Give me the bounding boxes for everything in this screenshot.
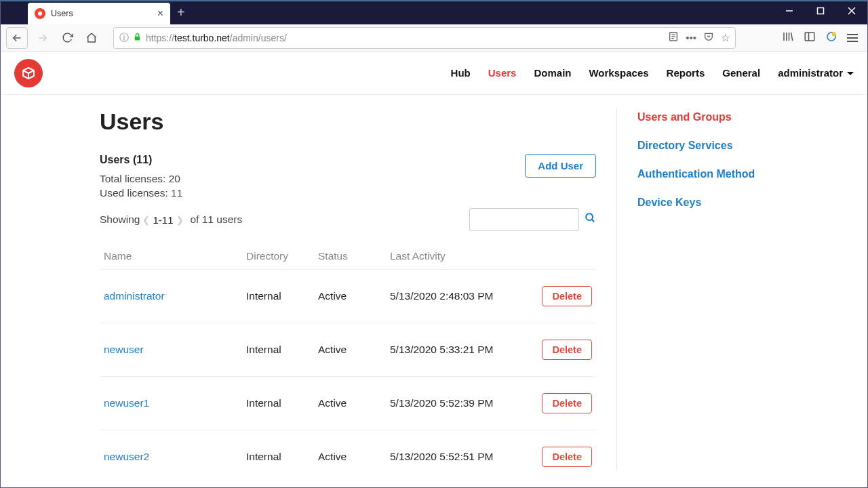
cell-last-activity: 5/13/2020 5:33:21 PM <box>390 344 517 356</box>
cell-status: Active <box>318 344 390 356</box>
cell-directory: Internal <box>246 344 318 356</box>
table-header: Name Directory Status Last Activity <box>100 243 596 269</box>
users-count: Users (11) <box>100 154 525 166</box>
search-icon[interactable] <box>585 212 596 227</box>
sidebar-device-keys[interactable]: Device Keys <box>637 197 847 209</box>
col-status: Status <box>318 250 390 262</box>
forward-button <box>33 28 52 47</box>
svg-line-12 <box>791 33 793 41</box>
user-link[interactable]: newuser2 <box>104 451 149 462</box>
col-directory: Directory <box>246 250 318 262</box>
reader-mode-icon[interactable] <box>668 31 679 44</box>
page-title: Users <box>100 108 596 135</box>
svg-rect-1 <box>818 8 824 14</box>
cell-last-activity: 5/13/2020 5:52:51 PM <box>390 451 517 463</box>
sidebar-authentication-method[interactable]: Authentication Method <box>637 168 847 180</box>
site-info-icon[interactable]: ⓘ <box>119 32 129 44</box>
right-sidebar: Users and GroupsDirectory ServicesAuthen… <box>616 108 867 470</box>
cell-status: Active <box>318 397 390 409</box>
sidebar-directory-services[interactable]: Directory Services <box>637 140 847 152</box>
page-viewport[interactable]: HubUsersDomainWorkspacesReportsGeneralad… <box>1 52 867 487</box>
tab-favicon-icon <box>35 8 45 19</box>
delete-button[interactable]: Delete <box>542 447 592 467</box>
window-minimize-icon[interactable] <box>774 1 805 21</box>
table-row: administratorInternalActive5/13/2020 2:4… <box>100 270 596 323</box>
extension-icon[interactable] <box>825 30 837 45</box>
window-close-icon[interactable] <box>836 1 867 21</box>
cell-directory: Internal <box>246 290 318 302</box>
sidebar-users-and-groups[interactable]: Users and Groups <box>637 111 847 123</box>
svg-point-17 <box>586 214 593 220</box>
table-body[interactable]: administratorInternalActive5/13/2020 2:4… <box>100 269 596 470</box>
url-text: https://test.turbo.net/admin/users/ <box>146 33 668 43</box>
table-row: newuser1InternalActive5/13/2020 5:52:39 … <box>100 377 596 430</box>
cell-status: Active <box>318 290 390 302</box>
app-logo-icon[interactable] <box>14 59 43 87</box>
reload-button[interactable] <box>58 28 77 47</box>
showing-label: Showing <box>100 214 140 226</box>
browser-toolbar: ⓘ https://test.turbo.net/admin/users/ ••… <box>1 24 867 52</box>
nav-reports[interactable]: Reports <box>667 67 705 79</box>
table-row: newuser2InternalActive5/13/2020 5:52:51 … <box>100 430 596 470</box>
nav-domain[interactable]: Domain <box>534 67 571 79</box>
cell-last-activity: 5/13/2020 2:48:03 PM <box>390 290 517 302</box>
page-actions-icon[interactable]: ••• <box>686 32 696 43</box>
back-button[interactable] <box>6 27 28 49</box>
svg-point-16 <box>832 32 836 36</box>
svg-rect-4 <box>135 36 140 39</box>
cell-directory: Internal <box>246 451 318 463</box>
tab-close-icon[interactable]: × <box>157 7 163 20</box>
used-licenses: Used licenses: 11 <box>100 187 525 199</box>
pocket-icon[interactable] <box>703 31 714 44</box>
svg-rect-13 <box>805 33 814 41</box>
browser-tab[interactable]: Users × <box>28 3 170 24</box>
pager-range: 1-11 <box>153 214 173 226</box>
library-icon[interactable] <box>782 30 794 45</box>
cell-last-activity: 5/13/2020 5:52:39 PM <box>390 397 517 409</box>
search-input[interactable] <box>469 208 579 231</box>
table-row: newuserInternalActive5/13/2020 5:33:21 P… <box>100 323 596 377</box>
nav-workspaces[interactable]: Workspaces <box>589 67 648 79</box>
menu-icon[interactable] <box>847 34 858 42</box>
sidebar-icon[interactable] <box>804 30 816 45</box>
user-link[interactable]: administrator <box>104 290 165 302</box>
tab-title: Users <box>51 9 157 18</box>
pager-prev-icon[interactable]: ❮ <box>140 215 153 225</box>
window-maximize-icon[interactable] <box>805 1 836 21</box>
top-nav: HubUsersDomainWorkspacesReportsGeneralad… <box>451 67 854 79</box>
delete-button[interactable]: Delete <box>542 286 592 306</box>
col-last-activity: Last Activity <box>390 250 517 262</box>
add-user-button[interactable]: Add User <box>525 154 596 178</box>
new-tab-button[interactable]: + <box>177 5 185 20</box>
browser-titlebar: Users × + <box>1 1 867 24</box>
bookmark-star-icon[interactable]: ☆ <box>721 32 730 44</box>
col-name: Name <box>104 250 246 262</box>
address-bar[interactable]: ⓘ https://test.turbo.net/admin/users/ ••… <box>113 27 736 49</box>
delete-button[interactable]: Delete <box>542 393 592 413</box>
nav-users[interactable]: Users <box>488 67 517 79</box>
home-button[interactable] <box>82 28 101 47</box>
nav-general[interactable]: General <box>722 67 760 79</box>
delete-button[interactable]: Delete <box>542 340 592 360</box>
user-link[interactable]: newuser1 <box>104 397 149 409</box>
total-licenses: Total licenses: 20 <box>100 173 525 185</box>
user-menu[interactable]: administrator <box>778 67 854 79</box>
cell-directory: Internal <box>246 397 318 409</box>
lock-icon <box>133 33 142 43</box>
user-link[interactable]: newuser <box>104 344 144 355</box>
pager-next-icon[interactable]: ❯ <box>174 215 186 225</box>
svg-line-18 <box>592 220 595 222</box>
cell-status: Active <box>318 451 390 463</box>
nav-hub[interactable]: Hub <box>451 67 471 79</box>
app-header: HubUsersDomainWorkspacesReportsGeneralad… <box>1 52 867 95</box>
pager-of: of 11 users <box>191 214 243 226</box>
